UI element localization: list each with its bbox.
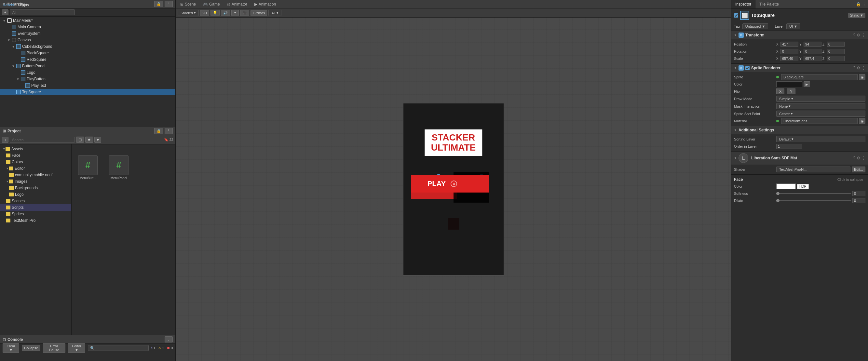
dilate-input[interactable] bbox=[852, 198, 865, 203]
hierarchy-item-buttonspanel[interactable]: ▼ ButtonsPanel bbox=[0, 63, 175, 69]
project-filter-btn[interactable]: ★ bbox=[85, 137, 93, 143]
dilate-slider[interactable] bbox=[776, 199, 851, 202]
position-x[interactable] bbox=[780, 42, 798, 47]
effects-btn[interactable]: ✦ bbox=[231, 10, 239, 16]
folder-logo[interactable]: Logo bbox=[0, 191, 71, 198]
play-button[interactable]: PLAY ⊙ bbox=[411, 175, 489, 193]
liberation-header[interactable]: ▼ L Liberation Sans SDF Mat ? ⚙ ⋮ bbox=[731, 152, 868, 165]
shader-edit-btn[interactable]: Edit... bbox=[852, 166, 865, 172]
file-item-menubuttonsmanager[interactable]: # MenuButt... bbox=[75, 156, 101, 180]
folder-unity-mobile[interactable]: com.unity.mobile.notif bbox=[0, 172, 71, 178]
sprite-renderer-menu-btn[interactable]: ⋮ bbox=[862, 66, 865, 70]
file-item-menupanel[interactable]: # MenuPanel bbox=[106, 156, 132, 180]
material-select-btn[interactable]: ◉ bbox=[859, 118, 865, 124]
folder-assets[interactable]: ▼ Assets bbox=[0, 146, 71, 152]
hdr-btn[interactable]: HDR bbox=[797, 184, 809, 189]
hierarchy-search-bar: + bbox=[0, 8, 175, 17]
rotation-y[interactable] bbox=[804, 49, 822, 54]
hierarchy-item-eventsystem[interactable]: EventSystem bbox=[0, 30, 175, 37]
project-favorites-btn[interactable]: ♥ bbox=[94, 137, 101, 143]
face-color-swatch[interactable] bbox=[776, 184, 796, 189]
project-lock-btn[interactable]: 🔒 bbox=[154, 128, 163, 134]
liberation-help-btn[interactable]: ? bbox=[853, 156, 855, 160]
audio-btn[interactable]: 🔊 bbox=[221, 10, 230, 16]
sprite-renderer-enabled[interactable] bbox=[745, 66, 750, 70]
tag-dropdown[interactable]: Untagged ▼ bbox=[742, 24, 769, 29]
gizmos-btn[interactable]: Gizmos bbox=[250, 10, 267, 16]
static-badge[interactable]: Static ▼ bbox=[848, 13, 865, 18]
folder-scripts[interactable]: Scripts bbox=[0, 204, 71, 211]
object-active-checkbox[interactable] bbox=[734, 13, 738, 18]
rotation-z[interactable] bbox=[827, 49, 844, 54]
console-editor-btn[interactable]: Editor ▼ bbox=[68, 343, 86, 353]
sprite-renderer-help-btn[interactable]: ? bbox=[853, 66, 855, 70]
hierarchy-add-btn[interactable]: + bbox=[2, 9, 8, 15]
mask-interaction-dropdown[interactable]: None ▾ bbox=[776, 103, 865, 109]
hierarchy-item-redsquare[interactable]: RedSquare bbox=[0, 56, 175, 63]
softness-input[interactable] bbox=[852, 191, 865, 196]
folder-colors[interactable]: Face bbox=[0, 152, 71, 159]
all-dropdown[interactable]: All ▾ bbox=[269, 10, 281, 16]
mask-chevron-icon: ▾ bbox=[788, 104, 790, 108]
folder-colors-actual[interactable]: Colors bbox=[0, 159, 71, 165]
folder-scenes[interactable]: Scenes bbox=[0, 198, 71, 204]
color-picker-btn[interactable]: ▶ bbox=[804, 81, 810, 87]
hierarchy-item-topsquare[interactable]: TopSquare bbox=[0, 89, 175, 95]
project-menu-btn[interactable]: ⋮ bbox=[165, 128, 173, 134]
scale-x[interactable] bbox=[780, 56, 798, 61]
console-clear-btn[interactable]: Clear ▼ bbox=[3, 343, 19, 353]
sprite-select-btn[interactable]: ◉ bbox=[859, 74, 865, 80]
additional-settings-header[interactable]: ▼ Additional Settings bbox=[731, 126, 868, 134]
hierarchy-item-canvas[interactable]: ▼ Canvas bbox=[0, 37, 175, 43]
shade-mode-dropdown[interactable]: Shaded ▾ bbox=[178, 10, 199, 16]
order-in-layer-input[interactable] bbox=[776, 144, 802, 149]
position-y[interactable] bbox=[804, 42, 822, 47]
shader-dropdown[interactable]: TextMeshPro/N... bbox=[776, 166, 850, 172]
folder-backgrounds[interactable]: Backgrounds bbox=[0, 185, 71, 191]
layer-dropdown[interactable]: UI ▼ bbox=[786, 24, 800, 29]
console-collapse-btn[interactable]: Collapse bbox=[22, 345, 40, 351]
liberation-menu-btn[interactable]: ⋮ bbox=[862, 156, 865, 160]
hierarchy-item-blacksquare[interactable]: BlackSquare bbox=[0, 50, 175, 56]
rotation-x[interactable] bbox=[780, 49, 798, 54]
project-add-btn[interactable]: + bbox=[2, 137, 8, 143]
transform-help-btn[interactable]: ? bbox=[853, 33, 855, 37]
console-search[interactable] bbox=[88, 345, 148, 351]
hierarchy-item-playbutton[interactable]: ▼ PlayButton bbox=[0, 76, 175, 82]
scale-y[interactable] bbox=[804, 56, 822, 61]
scale-z[interactable] bbox=[827, 56, 844, 61]
flip-y-btn[interactable]: Y bbox=[787, 89, 795, 94]
hierarchy-item-cubebackground[interactable]: ▼ CubeBackground bbox=[0, 43, 175, 50]
flip-x-btn[interactable]: X bbox=[776, 89, 784, 94]
hierarchy-item-playtext[interactable]: PlayText bbox=[0, 82, 175, 89]
softness-slider[interactable] bbox=[776, 192, 851, 195]
hierarchy-search-input[interactable] bbox=[10, 9, 75, 15]
transform-settings-btn[interactable]: ⚙ bbox=[857, 33, 860, 37]
sprite-renderer-settings-btn[interactable]: ⚙ bbox=[857, 66, 860, 70]
color-swatch[interactable] bbox=[776, 81, 802, 87]
hierarchy-item-logo[interactable]: Logo bbox=[0, 69, 175, 76]
lights-btn[interactable]: 💡 bbox=[211, 10, 220, 16]
draw-mode-dropdown[interactable]: Simple ▾ bbox=[776, 96, 865, 102]
scene-view[interactable]: STACKER ULTIMATE PLAY bbox=[176, 18, 731, 361]
folder-images[interactable]: ▼ Images bbox=[0, 178, 71, 185]
transform-header[interactable]: ▼ ⟳ Transform ? ⚙ ⋮ bbox=[731, 31, 868, 39]
folder-sprites[interactable]: Sprites bbox=[0, 211, 71, 217]
folder-textmesh[interactable]: TextMesh Pro bbox=[0, 217, 71, 224]
hierarchy-item-maincamera[interactable]: Main Camera bbox=[0, 24, 175, 30]
sorting-layer-dropdown[interactable]: Default ▾ bbox=[776, 136, 865, 142]
hierarchy-item-mainmenu[interactable]: ▼ MainMenu* bbox=[0, 17, 175, 24]
transform-menu-btn[interactable]: ⋮ bbox=[862, 33, 865, 37]
sprite-renderer-header[interactable]: ▼ ▧ Sprite Renderer ? ⚙ ⋮ bbox=[731, 64, 868, 72]
console-menu-btn[interactable]: ⋮ bbox=[165, 336, 173, 342]
sprite-sort-dropdown[interactable]: Center ▾ bbox=[776, 110, 865, 117]
project-view-btn[interactable]: ◫ bbox=[76, 137, 84, 143]
project-search-input[interactable] bbox=[10, 137, 75, 143]
scene-cam-btn[interactable]: 🎥 bbox=[240, 10, 249, 16]
console-error-pause-btn[interactable]: Error Pause bbox=[43, 343, 65, 353]
folder-editor[interactable]: ▼ Editor bbox=[0, 165, 71, 172]
2d-btn[interactable]: 2D bbox=[200, 10, 209, 16]
liberation-settings-btn[interactable]: ⚙ bbox=[857, 156, 860, 160]
collapse-link[interactable]: - Click to collapse - bbox=[835, 177, 865, 182]
position-z[interactable] bbox=[827, 42, 844, 47]
